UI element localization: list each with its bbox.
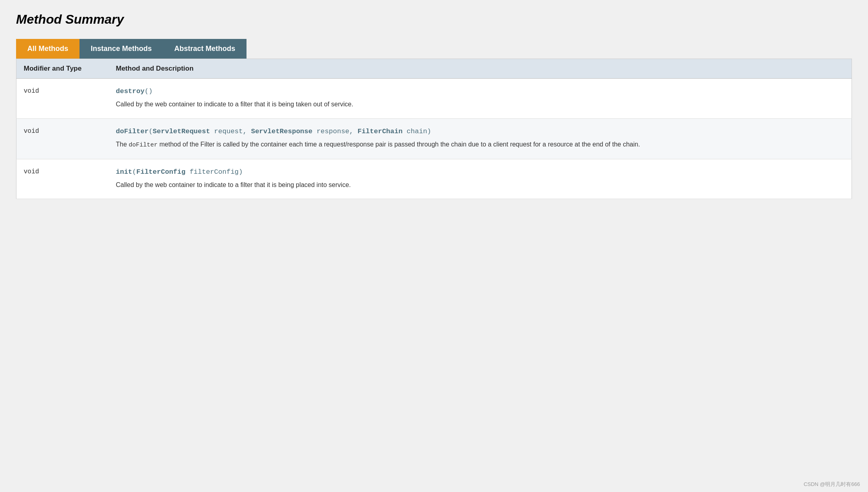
column-header-modifier: Modifier and Type bbox=[16, 59, 109, 79]
column-header-method: Method and Description bbox=[109, 59, 852, 79]
tab-instance-methods[interactable]: Instance Methods bbox=[79, 39, 163, 59]
tab-bar: All Methods Instance Methods Abstract Me… bbox=[16, 39, 852, 59]
method-cell: doFilter(ServletRequest request, Servlet… bbox=[109, 118, 852, 159]
method-cell: destroy()Called by the web container to … bbox=[109, 79, 852, 119]
tab-all-methods[interactable]: All Methods bbox=[16, 39, 79, 59]
modifier-cell: void bbox=[16, 159, 109, 199]
modifier-cell: void bbox=[16, 118, 109, 159]
table-row: voiddoFilter(ServletRequest request, Ser… bbox=[16, 118, 852, 159]
modifier-cell: void bbox=[16, 79, 109, 119]
method-cell: init(FilterConfig filterConfig)Called by… bbox=[109, 159, 852, 199]
table-header-row: Modifier and Type Method and Description bbox=[16, 59, 852, 79]
watermark: CSDN @明月几时有666 bbox=[804, 481, 860, 488]
tab-abstract-methods[interactable]: Abstract Methods bbox=[163, 39, 247, 59]
table-row: voidinit(FilterConfig filterConfig)Calle… bbox=[16, 159, 852, 199]
page-title: Method Summary bbox=[16, 12, 852, 27]
method-table: Modifier and Type Method and Description… bbox=[16, 59, 852, 199]
table-row: voiddestroy()Called by the web container… bbox=[16, 79, 852, 119]
